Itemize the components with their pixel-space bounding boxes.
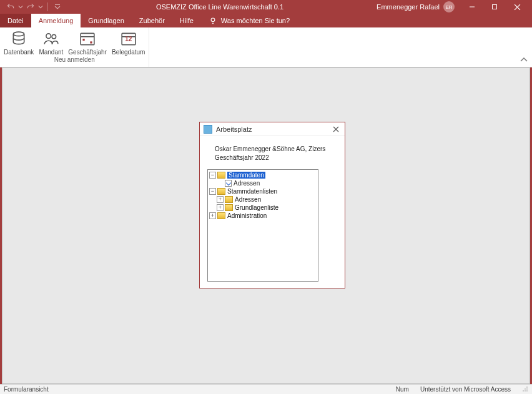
redo-button[interactable]	[25, 1, 36, 12]
status-powered-by: Unterstützt von Microsoft Access	[420, 386, 511, 393]
ribbon: Datenbank Mandant Geschäftsjahr 12 Be	[0, 27, 532, 67]
folder-icon	[217, 188, 225, 195]
tab-grundlagen[interactable]: Grundlagen	[81, 14, 132, 27]
document-icon	[225, 180, 232, 187]
tab-hilfe[interactable]: Hilfe	[172, 14, 201, 27]
tree-node-adressen-list[interactable]: + Adressen	[209, 195, 317, 204]
redo-dropdown[interactable]	[37, 1, 44, 12]
dialog-body: Oskar Emmenegger &Söhne AG, Zizers Gesch…	[200, 136, 345, 288]
svg-point-21	[525, 388, 526, 390]
quick-access-toolbar	[0, 1, 63, 12]
svg-point-24	[523, 390, 524, 392]
expand-icon[interactable]: +	[217, 204, 224, 211]
svg-rect-0	[55, 4, 60, 5]
window-controls	[461, 0, 528, 14]
title-bar: OSEMZIZ Office Line Warenwirtschaft 0.1 …	[0, 0, 532, 14]
ribbon-tabs: Datei Anmeldung Grundlagen Zubehör Hilfe…	[0, 14, 532, 27]
dialog-title: Arbeitsplatz	[216, 126, 252, 133]
svg-point-10	[52, 35, 56, 39]
arbeitsplatz-dialog: Arbeitsplatz Oskar Emmenegger &Söhne AG,…	[199, 122, 345, 288]
svg-rect-2	[493, 5, 497, 9]
qat-customize[interactable]	[52, 1, 63, 12]
ribbon-btn-datenbank[interactable]: Datenbank	[1, 29, 36, 56]
tree-node-administration[interactable]: + Administration	[209, 212, 317, 220]
svg-point-23	[525, 390, 526, 392]
dialog-icon	[204, 125, 212, 134]
collapse-ribbon-button[interactable]	[520, 54, 528, 66]
svg-point-19	[526, 387, 528, 388]
dialog-titlebar[interactable]: Arbeitsplatz	[200, 122, 345, 136]
status-view-mode: Formularansicht	[4, 386, 49, 393]
folder-icon	[217, 172, 225, 179]
tree-node-adressen[interactable]: Adressen	[209, 179, 317, 187]
svg-rect-14	[90, 41, 92, 43]
svg-point-8	[14, 32, 24, 36]
collapse-icon[interactable]: −	[209, 172, 216, 179]
resize-grip-icon[interactable]	[522, 386, 528, 392]
tell-me-search[interactable]: Was möchten Sie tun?	[201, 14, 290, 27]
minimize-button[interactable]	[461, 0, 483, 14]
database-icon	[10, 30, 27, 47]
tab-file[interactable]: Datei	[0, 14, 31, 27]
search-placeholder: Was möchten Sie tun?	[221, 17, 290, 24]
calendar-day-icon: 12	[120, 30, 137, 47]
tab-zubehoer[interactable]: Zubehör	[132, 14, 172, 27]
ribbon-group-neu-anmelden: Datenbank Mandant Geschäftsjahr 12 Be	[0, 27, 149, 67]
svg-point-9	[46, 34, 51, 39]
user-account[interactable]: Emmenegger Rafael ER	[377, 1, 455, 12]
avatar: ER	[443, 1, 455, 12]
close-button[interactable]	[506, 0, 528, 14]
maximize-button[interactable]	[483, 0, 506, 14]
svg-point-22	[526, 390, 528, 392]
tree-node-stammdatenlisten[interactable]: − Stammdatenlisten	[209, 187, 317, 195]
undo-button[interactable]	[5, 1, 16, 12]
year-line: Geschäftsjahr 2022	[215, 154, 338, 162]
ribbon-btn-mandant[interactable]: Mandant	[36, 29, 66, 56]
expand-icon[interactable]: +	[209, 212, 216, 219]
tab-anmeldung[interactable]: Anmeldung	[31, 14, 81, 27]
qat-separator	[47, 2, 48, 11]
svg-rect-13	[83, 39, 85, 41]
app-title: OSEMZIZ Office Line Warenwirtschaft 0.1	[63, 3, 377, 11]
users-icon	[42, 30, 60, 47]
undo-dropdown[interactable]	[17, 1, 24, 12]
folder-icon	[225, 204, 233, 211]
svg-point-5	[211, 18, 215, 22]
expand-icon[interactable]: +	[217, 196, 224, 203]
folder-icon	[225, 196, 233, 203]
nav-tree[interactable]: − Stammdaten Adressen − Stammdatenlisten…	[207, 169, 318, 282]
lightbulb-icon	[209, 16, 217, 25]
company-line: Oskar Emmenegger &Söhne AG, Zizers	[215, 145, 338, 154]
tree-node-stammdaten[interactable]: − Stammdaten	[209, 171, 317, 179]
user-name: Emmenegger Rafael	[377, 3, 440, 11]
ribbon-group-label: Neu anmelden	[54, 56, 95, 64]
status-bar: Formularansicht Num Unterstützt von Micr…	[0, 384, 532, 394]
calendar-range-icon	[79, 30, 96, 47]
status-numlock: Num	[396, 386, 409, 393]
ribbon-btn-belegdatum[interactable]: 12 Belegdatum	[109, 29, 147, 56]
ribbon-btn-geschaeftsjahr[interactable]: Geschäftsjahr	[66, 29, 109, 56]
collapse-icon[interactable]: −	[209, 188, 216, 195]
folder-icon	[217, 212, 225, 219]
svg-point-20	[526, 388, 528, 390]
title-right: Emmenegger Rafael ER	[377, 0, 532, 14]
tree-node-grundlagenliste[interactable]: + Grundlagenliste	[209, 204, 317, 212]
dialog-close-button[interactable]	[331, 124, 341, 134]
